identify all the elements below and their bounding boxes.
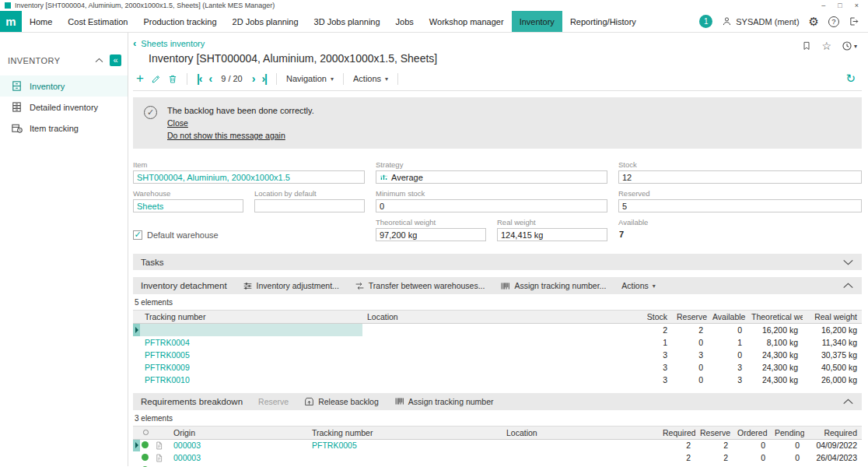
user-menu[interactable]: SYSADM (ment) — [722, 16, 799, 26]
menu-item-cost-estimation[interactable]: Cost Estimation — [60, 11, 135, 32]
chevron-down-icon[interactable] — [842, 259, 854, 265]
message-close-link[interactable]: Close — [167, 118, 188, 128]
table-row[interactable]: PFTRK0004 1 0 1 8,100 kg 11,340 kg — [133, 336, 862, 349]
detachment-actions-button[interactable]: Actions ▾ — [621, 281, 655, 290]
actions-menu-button[interactable]: Actions ▾ — [353, 74, 388, 83]
col-reserve[interactable]: Reserve — [695, 426, 733, 439]
col-location[interactable]: Location — [502, 426, 658, 439]
minimum-stock-field[interactable] — [376, 199, 607, 212]
col-pending[interactable]: Pending — [770, 426, 804, 439]
table-row[interactable]: OpenTalk_TestJob_1 PFTRK0005 1 1 0 0 26/… — [133, 464, 862, 467]
release-backlog-button[interactable]: Release backlog — [304, 396, 379, 406]
origin-cell[interactable]: OpenTalk_TestJob_1 — [169, 464, 307, 467]
breadcrumb-label[interactable]: Sheets inventory — [141, 39, 205, 48]
col-real-weight[interactable]: Real weight — [803, 311, 862, 324]
close-button[interactable]: × — [855, 2, 859, 9]
menu-item-inventory[interactable]: Inventory — [512, 11, 562, 32]
transfer-warehouses-button[interactable]: Transfer between warehouses... — [355, 281, 485, 291]
menu-item-reporting-history[interactable]: Reporting/History — [562, 11, 644, 32]
delete-trash-button[interactable] — [168, 74, 177, 84]
add-button[interactable]: + — [136, 73, 144, 84]
col-reserve[interactable]: Reserve — [672, 311, 708, 324]
col-location[interactable]: Location — [362, 311, 639, 324]
first-record-button[interactable]: |‹ — [197, 73, 202, 84]
col-origin[interactable]: Origin — [169, 426, 307, 439]
col-theoretical-weight[interactable]: Theoretical wei — [747, 311, 803, 324]
navigation-menu-button[interactable]: Navigation ▾ — [286, 74, 334, 83]
requirements-breakdown-section: Requirements breakdown Reserve Release b… — [133, 393, 862, 467]
back-chevron-icon[interactable]: ‹ — [133, 37, 136, 49]
menu-item-3d-jobs-planning[interactable]: 3D Jobs planning — [306, 11, 388, 32]
message-dont-show-link[interactable]: Do not show this message again — [167, 131, 285, 140]
table-row[interactable]: PFTRK0009 3 0 3 24,300 kg 40,500 kg — [133, 361, 862, 374]
warehouse-field[interactable] — [133, 199, 243, 212]
tracking-number-cell[interactable] — [140, 324, 362, 336]
tracking-number-cell[interactable]: PFTRK0005 — [307, 464, 502, 467]
col-tracking-number[interactable]: Tracking number — [140, 311, 362, 324]
item-field[interactable] — [133, 170, 365, 184]
col-required[interactable]: Required — [658, 426, 695, 439]
table-row[interactable]: 2 2 0 16,200 kg 16,200 kg — [133, 324, 862, 336]
reserved-field[interactable] — [618, 199, 862, 212]
col-required-date[interactable]: Required — [804, 426, 862, 439]
tracking-number-cell[interactable] — [307, 451, 502, 464]
reserve-button[interactable]: Reserve — [258, 397, 289, 406]
history-clock-button[interactable]: ▾ — [842, 40, 857, 51]
sidebar-pin-button[interactable]: « — [110, 54, 121, 66]
location-by-default-field[interactable] — [254, 199, 365, 212]
menu-item-production-tracking[interactable]: Production tracking — [135, 11, 224, 32]
notification-badge[interactable]: 1 — [699, 15, 712, 28]
sidebar-item-inventory[interactable]: Inventory — [0, 75, 128, 97]
help-icon[interactable]: ? — [828, 16, 839, 27]
sidebar-item-item-tracking[interactable]: Item tracking — [0, 118, 128, 139]
job-folder-icon — [153, 464, 169, 467]
exit-icon[interactable] — [849, 16, 859, 26]
bookmark-icon[interactable] — [802, 40, 811, 51]
next-record-button[interactable]: › — [252, 73, 255, 84]
stock-field[interactable] — [618, 170, 862, 184]
col-stock[interactable]: Stock — [639, 311, 672, 324]
default-warehouse-checkbox[interactable]: ✓ Default warehouse — [133, 218, 365, 241]
tracking-number-cell[interactable]: PFTRK0010 — [140, 374, 362, 386]
minimize-button[interactable]: – — [821, 2, 825, 9]
col-tracking-number[interactable]: Tracking number — [307, 426, 502, 439]
sidebar-collapse-chevron-icon[interactable] — [95, 58, 103, 63]
chevron-up-icon[interactable] — [842, 399, 854, 405]
menu-item-workshop-manager[interactable]: Workshop manager — [422, 11, 512, 32]
tasks-section-header[interactable]: Tasks — [133, 254, 862, 270]
item-tracking-icon — [11, 122, 23, 134]
table-row[interactable]: 000003 PFTRK0005 2 2 0 0 04/09/2022 — [133, 439, 862, 451]
tracking-number-cell[interactable]: PFTRK0004 — [140, 336, 362, 349]
assign-tracking-number-button[interactable]: Assign tracking number... — [500, 281, 606, 291]
origin-cell[interactable]: 000003 — [169, 439, 307, 451]
refresh-button[interactable]: ↻ — [845, 72, 856, 86]
table-row[interactable]: PFTRK0005 3 3 0 24,300 kg 30,375 kg — [133, 349, 862, 361]
strategy-field[interactable]: Average — [376, 170, 607, 184]
table-row[interactable]: PFTRK0010 3 0 3 24,300 kg 26,000 kg — [133, 374, 862, 386]
previous-record-button[interactable]: ‹ — [209, 73, 212, 84]
maximize-button[interactable]: □ — [838, 2, 842, 9]
menu-item-jobs[interactable]: Jobs — [388, 11, 422, 32]
chevron-up-icon[interactable] — [842, 283, 854, 289]
last-record-button[interactable]: ›| — [261, 73, 267, 84]
status-column-icon[interactable] — [140, 426, 169, 439]
breadcrumb[interactable]: ‹ Sheets inventory — [133, 37, 862, 49]
settings-gear-icon[interactable]: ⚙ — [809, 15, 819, 29]
sidebar-item-detailed-inventory[interactable]: Detailed inventory — [0, 97, 128, 118]
tracking-number-cell[interactable]: PFTRK0009 — [140, 361, 362, 374]
table-row[interactable]: 000003 2 2 0 0 26/04/2023 — [133, 451, 862, 464]
app-logo[interactable]: m — [0, 11, 22, 32]
assign-tracking-number-button[interactable]: Assign tracking number — [394, 396, 494, 406]
col-available[interactable]: Available — [708, 311, 747, 324]
inventory-adjustment-button[interactable]: Inventory adjustment... — [243, 281, 339, 291]
tracking-number-cell[interactable]: PFTRK0005 — [140, 349, 362, 361]
theoretical-weight-field[interactable] — [376, 228, 486, 241]
menu-item-home[interactable]: Home — [22, 11, 60, 32]
real-weight-field[interactable] — [497, 228, 607, 241]
menu-item-2d-jobs-planning[interactable]: 2D Jobs planning — [225, 11, 306, 32]
favorite-star-icon[interactable]: ☆ — [821, 40, 831, 51]
tracking-number-cell[interactable]: PFTRK0005 — [307, 439, 502, 451]
col-ordered[interactable]: Ordered — [733, 426, 770, 439]
edit-pencil-button[interactable] — [151, 74, 161, 84]
origin-cell[interactable]: 000003 — [169, 451, 307, 464]
